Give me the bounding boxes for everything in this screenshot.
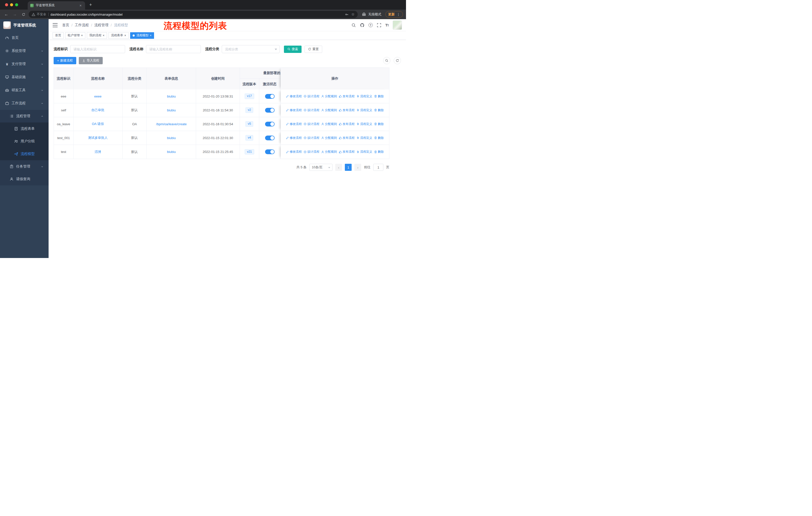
tab-close-icon[interactable]: × [79,3,83,7]
help-icon[interactable]: ? [369,23,373,27]
op-assign-rule-link[interactable]: 分配规则 [321,94,337,99]
url-text[interactable]: dashboard.yudao.iocoder.cn/bpm/manager/m… [51,12,343,17]
active-toggle[interactable] [265,94,274,99]
sidebar-item-process-form[interactable]: 流程表单 [0,123,49,135]
fullscreen-icon[interactable] [377,23,381,27]
op-modify-link[interactable]: 修改流程 [286,122,302,126]
browser-menu-icon[interactable]: ⋮ [397,12,400,17]
process-name-input[interactable] [146,45,201,53]
new-tab-button[interactable]: + [87,1,94,8]
search-icon[interactable] [351,23,356,27]
security-warning[interactable]: 不安全 [32,12,46,17]
sidebar-item-workflow[interactable]: 工作流程 [0,97,49,110]
breadcrumb-item[interactable]: 流程管理 [94,23,109,27]
tag-close-icon[interactable]: × [150,34,151,37]
process-name-link[interactable]: OA 请假 [92,122,104,126]
op-definition-link[interactable]: 流程定义 [356,94,372,99]
sidebar-item-user-group[interactable]: 用户分组 [0,135,49,147]
sidebar-item-payment[interactable]: ¥ 支付管理 [0,57,49,71]
sidebar-item-system[interactable]: 系统管理 [0,44,49,57]
op-modify-link[interactable]: 修改流程 [286,94,302,99]
minimize-window-button[interactable] [10,3,13,6]
close-window-button[interactable] [5,3,8,6]
reset-button[interactable]: 重置 [304,46,322,53]
bookmark-star-icon[interactable]: ☆ [351,12,355,17]
toggle-search-button[interactable] [383,57,390,64]
op-design-link[interactable]: 设计流程 [303,150,319,154]
tag-tenant[interactable]: 租户管理× [65,32,85,39]
process-name-link[interactable]: eeee [94,94,102,98]
op-definition-link[interactable]: 流程定义 [356,122,372,126]
op-modify-link[interactable]: 修改流程 [286,108,302,112]
op-publish-link[interactable]: 发布流程 [339,94,355,99]
breadcrumb-item[interactable]: 首页 [62,23,69,27]
op-publish-link[interactable]: 发布流程 [339,108,355,112]
op-delete-link[interactable]: 删除 [374,108,384,112]
sidebar-item-devtools[interactable]: 研发工具 [0,84,49,97]
sidebar-item-leave-query[interactable]: 请假查询 [0,173,49,185]
active-toggle[interactable] [265,150,274,154]
op-delete-link[interactable]: 删除 [374,94,384,99]
password-key-icon[interactable] [345,13,348,16]
sidebar-item-task-mgmt[interactable]: 任务管理 [0,160,49,173]
op-design-link[interactable]: 设计流程 [303,94,319,99]
page-size-select[interactable]: 10条/页 [309,164,332,171]
op-publish-link[interactable]: 发布流程 [339,122,355,126]
address-bar[interactable]: 不安全 dashboard.yudao.iocoder.cn/bpm/manag… [29,11,358,18]
browser-update-button[interactable]: 更新 ⋮ [385,11,403,18]
process-key-input[interactable] [70,45,125,53]
collapse-sidebar-icon[interactable] [53,23,58,27]
sidebar-item-infra[interactable]: 基础设施 [0,71,49,84]
form-info-link[interactable]: biubiu [167,136,176,140]
tag-close-icon[interactable]: × [103,34,105,37]
active-toggle[interactable] [265,136,274,140]
op-delete-link[interactable]: 删除 [374,150,384,154]
op-definition-link[interactable]: 流程定义 [356,136,372,140]
op-modify-link[interactable]: 修改流程 [286,136,302,140]
import-process-button[interactable]: 导入流程 [79,57,103,64]
sidebar-item-process-model[interactable]: 流程模型 [0,147,49,160]
op-design-link[interactable]: 设计流程 [303,136,319,140]
op-assign-rule-link[interactable]: 分配规则 [321,150,337,154]
op-delete-link[interactable]: 删除 [374,136,384,140]
sidebar-item-process-mgmt[interactable]: 流程管理 [0,110,49,123]
op-delete-link[interactable]: 删除 [374,122,384,126]
github-icon[interactable] [360,23,365,27]
op-modify-link[interactable]: 修改流程 [286,150,302,154]
create-process-button[interactable]: + 新建流程 [54,57,76,64]
op-design-link[interactable]: 设计流程 [303,108,319,112]
zoom-window-button[interactable] [15,3,18,6]
op-publish-link[interactable]: 发布流程 [339,150,355,154]
tag-process-model[interactable]: 流程模型× [130,32,154,39]
breadcrumb-item[interactable]: 工作流程 [75,23,89,27]
goto-page-input[interactable] [373,164,383,171]
op-definition-link[interactable]: 流程定义 [356,108,372,112]
browser-tab[interactable]: 芋道管理系统 × [28,1,85,9]
tag-close-icon[interactable]: × [81,34,83,37]
form-info-link[interactable]: /bpm/oa/leave/create [156,122,186,126]
form-info-link[interactable]: biubiu [167,150,176,154]
category-select[interactable] [222,45,280,53]
process-name-link[interactable]: 滔博 [95,150,101,154]
reload-icon[interactable] [20,11,27,18]
op-design-link[interactable]: 设计流程 [303,122,319,126]
back-icon[interactable]: ← [3,11,9,18]
op-publish-link[interactable]: 发布流程 [339,136,355,140]
process-name-link[interactable]: 测试多审批人 [88,136,108,140]
font-size-icon[interactable]: TT [385,23,388,27]
forward-icon[interactable]: → [11,11,18,18]
active-toggle[interactable] [265,108,274,113]
op-assign-rule-link[interactable]: 分配规则 [321,122,337,126]
page-1-button[interactable]: 1 [345,164,352,171]
active-toggle[interactable] [265,122,274,127]
form-info-link[interactable]: biubiu [167,94,176,98]
refresh-table-button[interactable] [394,57,401,64]
op-assign-rule-link[interactable]: 分配规则 [321,108,337,112]
next-page-button[interactable]: › [354,164,361,171]
prev-page-button[interactable]: ‹ [335,164,342,171]
op-definition-link[interactable]: 流程定义 [356,150,372,154]
search-button[interactable]: 搜索 [284,46,301,53]
process-name-link[interactable]: 自己审批 [91,108,105,112]
tag-process-form[interactable]: 流程表单× [109,32,128,39]
user-avatar[interactable] [393,20,402,30]
